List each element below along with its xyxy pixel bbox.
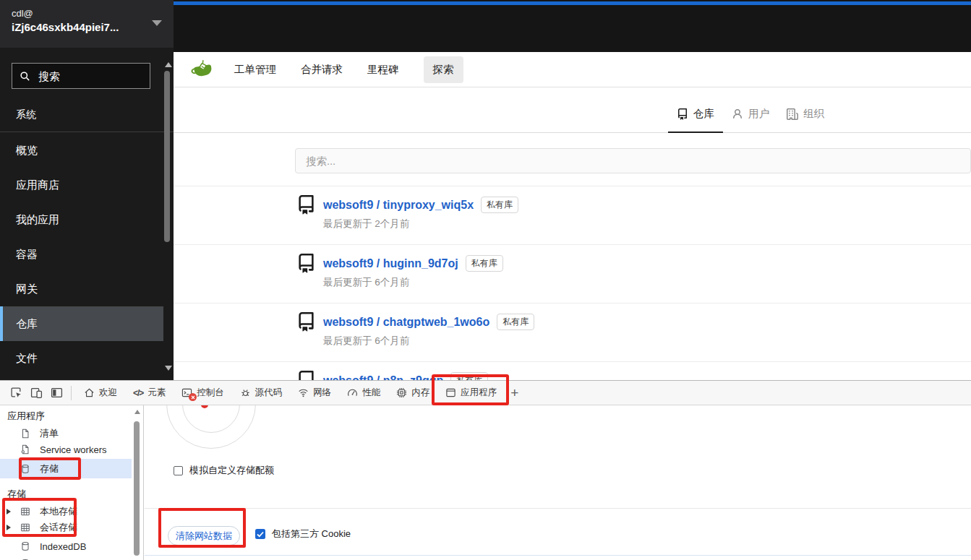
nav-pull-requests[interactable]: 合并请求 xyxy=(301,63,343,77)
repo-updated: 最后更新于 6个月前 xyxy=(323,335,971,348)
repo-book-icon xyxy=(296,193,316,217)
repo-book-icon xyxy=(296,369,316,380)
sidebar-item-gateway[interactable]: 网关 xyxy=(0,272,163,306)
devtools-tab-performance[interactable]: 性能 xyxy=(339,381,388,405)
nav-explore[interactable]: 探索 xyxy=(424,56,463,83)
network-icon xyxy=(298,387,309,398)
service-worker-icon xyxy=(20,444,30,455)
tree-item-partial[interactable] xyxy=(0,556,132,560)
third-party-cookie-row[interactable]: 包括第三方 Cookie xyxy=(255,527,351,540)
devtools-tab-sources[interactable]: 源代码 xyxy=(232,381,291,405)
device-emulation-icon[interactable] xyxy=(26,384,46,402)
nav-milestones[interactable]: 里程碑 xyxy=(367,63,399,77)
chevron-down-icon[interactable] xyxy=(152,20,162,26)
repo-link[interactable]: websoft9 / tinyproxy_wiq5x xyxy=(323,199,474,212)
repo-row: websoft9 / n8n_z9ggp 私有库 最后更新于 8个月前 xyxy=(174,362,971,380)
tab-repositories[interactable]: 仓库 xyxy=(668,107,723,133)
repo-link[interactable]: websoft9 / n8n_z9ggp xyxy=(323,374,443,381)
devtools-tabbar: 欢迎 </> 元素 控制台 源代码 xyxy=(0,381,971,405)
screen: cdl@ iZj6c46sxkb44piei7... 系统 概览 应用商店 我的… xyxy=(0,0,971,560)
repo-icon xyxy=(677,108,688,120)
devtools-body: 应用程序 清单 Service workers xyxy=(0,405,971,560)
blue-progress-bar xyxy=(174,1,971,5)
tree-item-manifest[interactable]: 清单 xyxy=(0,426,132,441)
scroll-down-icon[interactable] xyxy=(165,366,172,371)
tab-users[interactable]: 用户 xyxy=(723,107,778,133)
table-grid-icon xyxy=(20,507,30,517)
devtools-tab-elements[interactable]: </> 元素 xyxy=(125,381,174,405)
sidebar-item-myapps[interactable]: 我的应用 xyxy=(0,202,163,237)
sidebar-item-files[interactable]: 文件 xyxy=(0,341,163,376)
application-tree: 应用程序 清单 Service workers xyxy=(0,405,144,560)
sidebar-item-containers[interactable]: 容器 xyxy=(0,237,163,272)
code-icon: </> xyxy=(133,388,143,398)
repo-book-icon xyxy=(296,310,316,334)
tree-section-storage: 存储 xyxy=(7,488,26,501)
quota-label: 模拟自定义存储配额 xyxy=(189,464,274,477)
tree-item-service-workers[interactable]: Service workers xyxy=(0,441,132,457)
console-error-badge xyxy=(189,393,197,401)
third-party-cookie-checkbox[interactable] xyxy=(255,529,265,539)
gitea-page: 工单管理 合并请求 里程碑 探索 仓库 用户 组织 xyxy=(174,52,971,380)
search-icon xyxy=(20,71,30,82)
expand-arrow-icon[interactable] xyxy=(7,509,11,514)
repo-row: websoft9 / chatgptweb_1wo6o 私有库 最后更新于 6个… xyxy=(174,303,971,362)
third-party-cookie-label: 包括第三方 Cookie xyxy=(272,527,351,540)
home-icon xyxy=(84,387,95,398)
user-icon xyxy=(732,108,743,120)
private-badge: 私有库 xyxy=(466,255,503,272)
sidebar-item-repository[interactable]: 仓库 xyxy=(0,306,163,341)
repo-link[interactable]: websoft9 / chatgptweb_1wo6o xyxy=(323,316,489,329)
console-icon xyxy=(181,387,192,398)
devtools-tab-application[interactable]: 应用程序 xyxy=(437,381,505,405)
divider xyxy=(145,508,971,509)
repo-link[interactable]: websoft9 / huginn_9d7oj xyxy=(323,257,458,270)
inspect-element-icon[interactable] xyxy=(6,384,26,402)
scroll-up-icon[interactable] xyxy=(165,62,172,67)
organization-icon xyxy=(787,108,798,120)
nav-issues[interactable]: 工单管理 xyxy=(234,63,276,77)
repo-search-input[interactable] xyxy=(295,148,971,173)
tree-item-session-storage[interactable]: 会话存储 xyxy=(0,520,132,535)
repo-book-icon xyxy=(296,251,316,275)
devtools-tab-console[interactable]: 控制台 xyxy=(174,381,232,405)
quota-checkbox-row[interactable]: 模拟自定义存储配额 xyxy=(174,464,274,477)
sidebar-nav: 概览 应用商店 我的应用 容器 网关 仓库 文件 xyxy=(0,133,163,376)
more-tabs-icon[interactable]: + xyxy=(510,385,518,401)
scroll-up-icon[interactable] xyxy=(134,410,140,414)
devtools-tab-network[interactable]: 网络 xyxy=(290,381,339,405)
sidebar-section-label: 系统 xyxy=(16,108,36,121)
repo-row: websoft9 / tinyproxy_wiq5x 私有库 最后更新于 2个月… xyxy=(174,186,971,245)
private-badge: 私有库 xyxy=(450,372,488,380)
tree-section-application: 应用程序 xyxy=(7,410,45,423)
storage-view: 模拟自定义存储配额 清除网站数据 包括第三方 Cookie xyxy=(145,405,971,560)
sidebar: cdl@ iZj6c46sxkb44piei7... 系统 概览 应用商店 我的… xyxy=(0,0,174,380)
devtools-tab-memory[interactable]: 内存 xyxy=(388,381,437,405)
quota-checkbox[interactable] xyxy=(174,466,183,475)
expand-arrow-icon[interactable] xyxy=(7,525,11,530)
repo-row: websoft9 / huginn_9d7oj 私有库 最后更新于 6个月前 xyxy=(174,245,971,303)
account-switcher[interactable]: cdl@ iZj6c46sxkb44piei7... xyxy=(0,0,174,48)
sidebar-scrollbar-thumb[interactable] xyxy=(164,71,170,242)
sidebar-item-appstore[interactable]: 应用商店 xyxy=(0,168,163,202)
devtools-tab-welcome[interactable]: 欢迎 xyxy=(76,381,125,405)
divider xyxy=(145,555,971,556)
sidebar-search[interactable] xyxy=(12,63,150,89)
dock-side-icon[interactable] xyxy=(46,384,67,402)
storage-cylinder-icon xyxy=(20,464,30,474)
tree-item-storage[interactable]: 存储 xyxy=(0,459,132,478)
gitea-logo-icon[interactable] xyxy=(189,58,217,82)
database-icon xyxy=(20,541,30,551)
tree-item-local-storage[interactable]: 本地存储 xyxy=(0,504,132,520)
tab-organizations[interactable]: 组织 xyxy=(778,107,833,133)
memory-icon xyxy=(396,387,407,398)
tree-item-indexeddb[interactable]: IndexedDB xyxy=(0,538,132,554)
performance-icon xyxy=(347,387,358,398)
repo-updated: 最后更新于 6个月前 xyxy=(323,276,971,289)
clear-site-data-button[interactable]: 清除网站数据 xyxy=(168,526,240,546)
sidebar-divider xyxy=(0,132,174,132)
tree-scrollbar-thumb[interactable] xyxy=(134,421,140,556)
sidebar-item-overview[interactable]: 概览 xyxy=(0,133,163,168)
repo-list: websoft9 / tinyproxy_wiq5x 私有库 最后更新于 2个月… xyxy=(174,186,971,380)
sidebar-search-input[interactable] xyxy=(37,69,134,83)
